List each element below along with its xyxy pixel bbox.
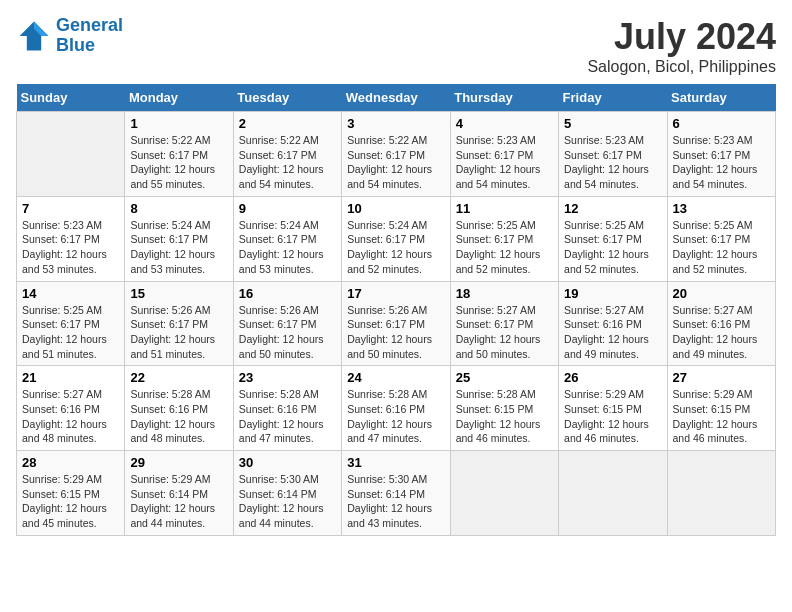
calendar-week-row: 28Sunrise: 5:29 AM Sunset: 6:15 PM Dayli…: [17, 451, 776, 536]
day-info: Sunrise: 5:26 AM Sunset: 6:17 PM Dayligh…: [347, 303, 444, 362]
day-info: Sunrise: 5:24 AM Sunset: 6:17 PM Dayligh…: [130, 218, 227, 277]
day-info: Sunrise: 5:25 AM Sunset: 6:17 PM Dayligh…: [456, 218, 553, 277]
day-number: 10: [347, 201, 444, 216]
calendar-cell: 21Sunrise: 5:27 AM Sunset: 6:16 PM Dayli…: [17, 366, 125, 451]
calendar-cell: [559, 451, 667, 536]
day-info: Sunrise: 5:23 AM Sunset: 6:17 PM Dayligh…: [22, 218, 119, 277]
day-info: Sunrise: 5:25 AM Sunset: 6:17 PM Dayligh…: [22, 303, 119, 362]
calendar-week-row: 21Sunrise: 5:27 AM Sunset: 6:16 PM Dayli…: [17, 366, 776, 451]
day-number: 8: [130, 201, 227, 216]
calendar-cell: 14Sunrise: 5:25 AM Sunset: 6:17 PM Dayli…: [17, 281, 125, 366]
logo-text: General Blue: [56, 16, 123, 56]
calendar-cell: 5Sunrise: 5:23 AM Sunset: 6:17 PM Daylig…: [559, 112, 667, 197]
calendar-table: SundayMondayTuesdayWednesdayThursdayFrid…: [16, 84, 776, 536]
day-number: 9: [239, 201, 336, 216]
month-title: July 2024: [587, 16, 776, 58]
day-number: 12: [564, 201, 661, 216]
day-info: Sunrise: 5:23 AM Sunset: 6:17 PM Dayligh…: [564, 133, 661, 192]
calendar-cell: 18Sunrise: 5:27 AM Sunset: 6:17 PM Dayli…: [450, 281, 558, 366]
calendar-cell: 15Sunrise: 5:26 AM Sunset: 6:17 PM Dayli…: [125, 281, 233, 366]
day-number: 3: [347, 116, 444, 131]
weekday-header-saturday: Saturday: [667, 84, 775, 112]
calendar-cell: 22Sunrise: 5:28 AM Sunset: 6:16 PM Dayli…: [125, 366, 233, 451]
day-number: 30: [239, 455, 336, 470]
calendar-cell: 2Sunrise: 5:22 AM Sunset: 6:17 PM Daylig…: [233, 112, 341, 197]
day-info: Sunrise: 5:27 AM Sunset: 6:17 PM Dayligh…: [456, 303, 553, 362]
calendar-cell: 9Sunrise: 5:24 AM Sunset: 6:17 PM Daylig…: [233, 196, 341, 281]
calendar-cell: 29Sunrise: 5:29 AM Sunset: 6:14 PM Dayli…: [125, 451, 233, 536]
day-info: Sunrise: 5:29 AM Sunset: 6:14 PM Dayligh…: [130, 472, 227, 531]
calendar-week-row: 1Sunrise: 5:22 AM Sunset: 6:17 PM Daylig…: [17, 112, 776, 197]
calendar-cell: 17Sunrise: 5:26 AM Sunset: 6:17 PM Dayli…: [342, 281, 450, 366]
day-info: Sunrise: 5:24 AM Sunset: 6:17 PM Dayligh…: [239, 218, 336, 277]
day-number: 2: [239, 116, 336, 131]
weekday-header-monday: Monday: [125, 84, 233, 112]
page-header: General Blue July 2024 Salogon, Bicol, P…: [16, 16, 776, 76]
day-number: 7: [22, 201, 119, 216]
day-number: 11: [456, 201, 553, 216]
calendar-cell: [17, 112, 125, 197]
day-number: 19: [564, 286, 661, 301]
day-number: 29: [130, 455, 227, 470]
day-info: Sunrise: 5:30 AM Sunset: 6:14 PM Dayligh…: [239, 472, 336, 531]
weekday-header-friday: Friday: [559, 84, 667, 112]
day-info: Sunrise: 5:22 AM Sunset: 6:17 PM Dayligh…: [347, 133, 444, 192]
day-info: Sunrise: 5:29 AM Sunset: 6:15 PM Dayligh…: [564, 387, 661, 446]
day-info: Sunrise: 5:26 AM Sunset: 6:17 PM Dayligh…: [239, 303, 336, 362]
calendar-week-row: 7Sunrise: 5:23 AM Sunset: 6:17 PM Daylig…: [17, 196, 776, 281]
day-number: 14: [22, 286, 119, 301]
day-number: 20: [673, 286, 770, 301]
day-number: 31: [347, 455, 444, 470]
day-number: 28: [22, 455, 119, 470]
day-info: Sunrise: 5:25 AM Sunset: 6:17 PM Dayligh…: [673, 218, 770, 277]
day-number: 18: [456, 286, 553, 301]
day-number: 4: [456, 116, 553, 131]
day-info: Sunrise: 5:22 AM Sunset: 6:17 PM Dayligh…: [239, 133, 336, 192]
calendar-cell: 13Sunrise: 5:25 AM Sunset: 6:17 PM Dayli…: [667, 196, 775, 281]
weekday-header-tuesday: Tuesday: [233, 84, 341, 112]
calendar-cell: 27Sunrise: 5:29 AM Sunset: 6:15 PM Dayli…: [667, 366, 775, 451]
title-block: July 2024 Salogon, Bicol, Philippines: [587, 16, 776, 76]
calendar-cell: 28Sunrise: 5:29 AM Sunset: 6:15 PM Dayli…: [17, 451, 125, 536]
calendar-cell: 20Sunrise: 5:27 AM Sunset: 6:16 PM Dayli…: [667, 281, 775, 366]
calendar-cell: 19Sunrise: 5:27 AM Sunset: 6:16 PM Dayli…: [559, 281, 667, 366]
weekday-header-sunday: Sunday: [17, 84, 125, 112]
calendar-cell: 1Sunrise: 5:22 AM Sunset: 6:17 PM Daylig…: [125, 112, 233, 197]
day-info: Sunrise: 5:28 AM Sunset: 6:16 PM Dayligh…: [130, 387, 227, 446]
day-info: Sunrise: 5:27 AM Sunset: 6:16 PM Dayligh…: [673, 303, 770, 362]
calendar-cell: 11Sunrise: 5:25 AM Sunset: 6:17 PM Dayli…: [450, 196, 558, 281]
day-number: 25: [456, 370, 553, 385]
calendar-cell: 4Sunrise: 5:23 AM Sunset: 6:17 PM Daylig…: [450, 112, 558, 197]
day-info: Sunrise: 5:27 AM Sunset: 6:16 PM Dayligh…: [22, 387, 119, 446]
day-number: 17: [347, 286, 444, 301]
day-number: 16: [239, 286, 336, 301]
calendar-cell: 3Sunrise: 5:22 AM Sunset: 6:17 PM Daylig…: [342, 112, 450, 197]
day-info: Sunrise: 5:27 AM Sunset: 6:16 PM Dayligh…: [564, 303, 661, 362]
calendar-week-row: 14Sunrise: 5:25 AM Sunset: 6:17 PM Dayli…: [17, 281, 776, 366]
calendar-cell: 7Sunrise: 5:23 AM Sunset: 6:17 PM Daylig…: [17, 196, 125, 281]
calendar-cell: 23Sunrise: 5:28 AM Sunset: 6:16 PM Dayli…: [233, 366, 341, 451]
day-number: 22: [130, 370, 227, 385]
day-number: 5: [564, 116, 661, 131]
calendar-cell: 24Sunrise: 5:28 AM Sunset: 6:16 PM Dayli…: [342, 366, 450, 451]
calendar-cell: 25Sunrise: 5:28 AM Sunset: 6:15 PM Dayli…: [450, 366, 558, 451]
day-info: Sunrise: 5:30 AM Sunset: 6:14 PM Dayligh…: [347, 472, 444, 531]
day-number: 23: [239, 370, 336, 385]
logo: General Blue: [16, 16, 123, 56]
calendar-cell: 6Sunrise: 5:23 AM Sunset: 6:17 PM Daylig…: [667, 112, 775, 197]
location-title: Salogon, Bicol, Philippines: [587, 58, 776, 76]
calendar-cell: 26Sunrise: 5:29 AM Sunset: 6:15 PM Dayli…: [559, 366, 667, 451]
day-number: 27: [673, 370, 770, 385]
calendar-cell: 12Sunrise: 5:25 AM Sunset: 6:17 PM Dayli…: [559, 196, 667, 281]
day-info: Sunrise: 5:26 AM Sunset: 6:17 PM Dayligh…: [130, 303, 227, 362]
day-info: Sunrise: 5:28 AM Sunset: 6:15 PM Dayligh…: [456, 387, 553, 446]
calendar-cell: [450, 451, 558, 536]
day-info: Sunrise: 5:23 AM Sunset: 6:17 PM Dayligh…: [456, 133, 553, 192]
day-number: 1: [130, 116, 227, 131]
weekday-header-thursday: Thursday: [450, 84, 558, 112]
day-info: Sunrise: 5:23 AM Sunset: 6:17 PM Dayligh…: [673, 133, 770, 192]
day-number: 6: [673, 116, 770, 131]
day-info: Sunrise: 5:29 AM Sunset: 6:15 PM Dayligh…: [673, 387, 770, 446]
day-info: Sunrise: 5:24 AM Sunset: 6:17 PM Dayligh…: [347, 218, 444, 277]
calendar-cell: 8Sunrise: 5:24 AM Sunset: 6:17 PM Daylig…: [125, 196, 233, 281]
